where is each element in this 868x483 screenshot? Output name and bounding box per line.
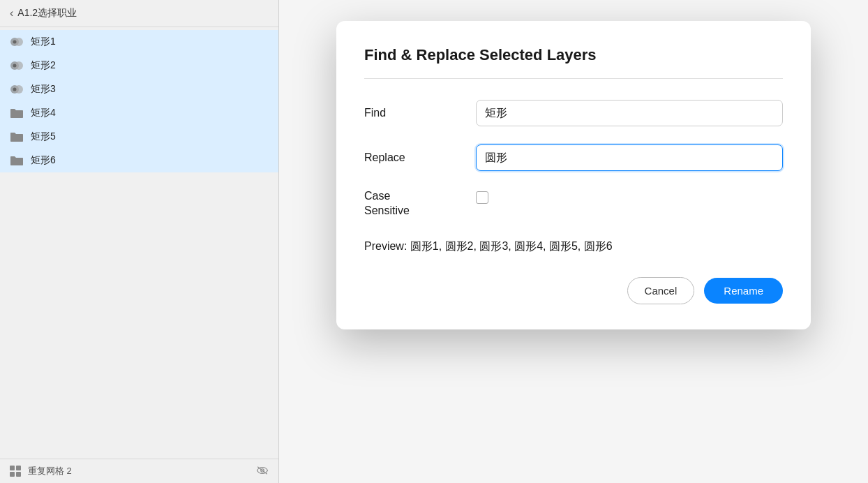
- sidebar-title: A1.2选择职业: [17, 7, 77, 20]
- dialog-title: Find & Replace Selected Layers: [364, 46, 783, 64]
- back-arrow-icon: ‹: [10, 7, 13, 20]
- replace-input[interactable]: [476, 144, 783, 171]
- case-sensitive-row: CaseSensitive: [364, 189, 783, 218]
- shape-layer-icon: [10, 59, 24, 73]
- preview-section: Preview: 圆形1, 圆形2, 圆形3, 圆形4, 圆形5, 圆形6: [364, 238, 783, 255]
- sidebar-item-label: 矩形3: [31, 83, 56, 96]
- sidebar-item[interactable]: 矩形4: [0, 101, 278, 125]
- sidebar-item-label: 矩形2: [31, 59, 56, 72]
- case-sensitive-label: CaseSensitive: [364, 189, 476, 218]
- sidebar: ‹ A1.2选择职业 矩形1 矩形2 矩形3 矩形4 矩形5: [0, 0, 279, 483]
- preview-text: Preview: 圆形1, 圆形2, 圆形3, 圆形4, 圆形5, 圆形6: [364, 240, 613, 252]
- replace-label: Replace: [364, 151, 476, 164]
- back-button[interactable]: ‹ A1.2选择职业: [10, 7, 77, 20]
- sidebar-header[interactable]: ‹ A1.2选择职业: [0, 0, 278, 27]
- sidebar-item[interactable]: 矩形3: [0, 77, 278, 101]
- sidebar-item[interactable]: 矩形2: [0, 54, 278, 77]
- shape-layer-icon: [10, 82, 24, 96]
- sidebar-list: 矩形1 矩形2 矩形3 矩形4 矩形5 矩形6: [0, 27, 278, 459]
- sidebar-item[interactable]: 矩形1: [0, 30, 278, 54]
- replace-row: Replace: [364, 144, 783, 171]
- hide-icon[interactable]: [256, 465, 269, 477]
- sidebar-item-label: 矩形6: [31, 154, 56, 167]
- sidebar-item-label: 矩形1: [31, 36, 56, 48]
- find-label: Find: [364, 107, 476, 119]
- dialog-divider: [364, 78, 783, 79]
- svg-point-2: [13, 40, 17, 44]
- sidebar-item[interactable]: 矩形5: [0, 125, 278, 149]
- sidebar-item-label: 矩形4: [31, 107, 56, 119]
- svg-point-8: [13, 88, 17, 91]
- find-row: Find: [364, 100, 783, 126]
- folder-layer-icon: [10, 130, 24, 144]
- sidebar-footer-item[interactable]: 重复网格 2: [0, 459, 278, 483]
- find-input[interactable]: [476, 100, 783, 126]
- dialog-footer: Cancel Rename: [364, 277, 783, 304]
- main-content: Find & Replace Selected Layers Find Repl…: [279, 0, 868, 483]
- dialog: Find & Replace Selected Layers Find Repl…: [336, 21, 811, 329]
- grid-icon: [10, 466, 21, 477]
- sidebar-item-label: 矩形5: [31, 131, 56, 143]
- case-sensitive-checkbox[interactable]: [476, 191, 488, 204]
- case-sensitive-wrapper: [476, 189, 488, 204]
- svg-point-5: [13, 64, 17, 68]
- rename-button[interactable]: Rename: [704, 278, 783, 304]
- sidebar-item[interactable]: 矩形6: [0, 149, 278, 172]
- folder-layer-icon: [10, 154, 24, 168]
- folder-layer-icon: [10, 106, 24, 120]
- shape-layer-icon: [10, 35, 24, 49]
- footer-item-label: 重复网格 2: [28, 465, 72, 477]
- cancel-button[interactable]: Cancel: [627, 277, 695, 304]
